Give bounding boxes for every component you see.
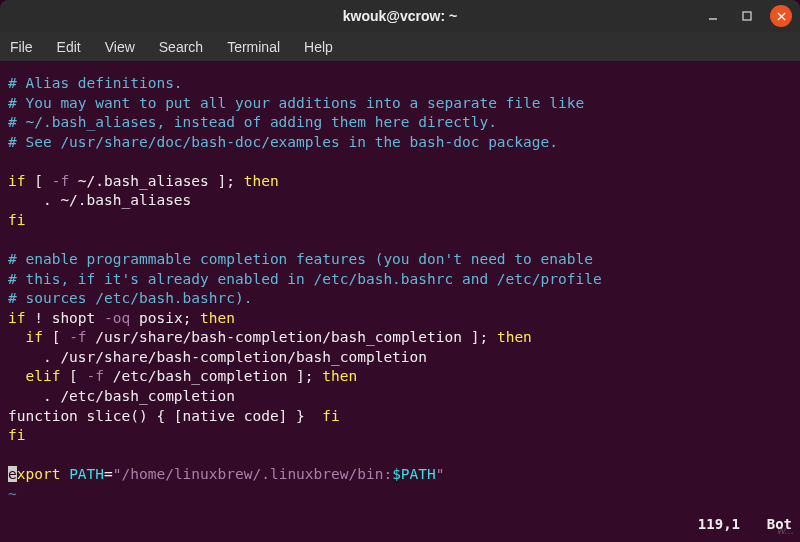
menu-search[interactable]: Search bbox=[159, 39, 203, 55]
code-line: . /etc/bash_completion bbox=[8, 387, 792, 407]
code-line: if [ -f ~/.bash_aliases ]; then bbox=[8, 172, 792, 192]
close-button[interactable] bbox=[770, 5, 792, 27]
code-line: if [ -f /usr/share/bash-completion/bash_… bbox=[8, 328, 792, 348]
code-line: elif [ -f /etc/bash_completion ]; then bbox=[8, 367, 792, 387]
svg-rect-1 bbox=[743, 12, 751, 20]
vim-position: 119,1 bbox=[698, 515, 740, 534]
code-line: # ~/.bash_aliases, instead of adding the… bbox=[8, 113, 792, 133]
titlebar: kwouk@vcrow: ~ bbox=[0, 0, 800, 32]
code-line: # See /usr/share/doc/bash-doc/examples i… bbox=[8, 133, 792, 153]
menu-help[interactable]: Help bbox=[304, 39, 333, 55]
code-line: function slice() { [native code] } fi bbox=[8, 407, 792, 427]
code-line bbox=[8, 446, 792, 466]
watermark: w... bbox=[777, 524, 794, 536]
code-line: # enable programmable completion feature… bbox=[8, 250, 792, 270]
code-line: # Alias definitions. bbox=[8, 74, 792, 94]
code-line bbox=[8, 231, 792, 251]
window-title: kwouk@vcrow: ~ bbox=[343, 8, 457, 24]
menubar: File Edit View Search Terminal Help bbox=[0, 32, 800, 62]
terminal-area[interactable]: # Alias definitions. # You may want to p… bbox=[0, 62, 800, 542]
cursor: e bbox=[8, 466, 17, 482]
code-line: fi bbox=[8, 426, 792, 446]
code-line: # this, if it's already enabled in /etc/… bbox=[8, 270, 792, 290]
code-line: # sources /etc/bash.bashrc). bbox=[8, 289, 792, 309]
code-line: # You may want to put all your additions… bbox=[8, 94, 792, 114]
minimize-button[interactable] bbox=[702, 5, 724, 27]
menu-file[interactable]: File bbox=[10, 39, 33, 55]
menu-terminal[interactable]: Terminal bbox=[227, 39, 280, 55]
menu-edit[interactable]: Edit bbox=[57, 39, 81, 55]
code-line: fi bbox=[8, 211, 792, 231]
code-line: export PATH="/home/linuxbrew/.linuxbrew/… bbox=[8, 465, 792, 485]
code-line: . ~/.bash_aliases bbox=[8, 191, 792, 211]
maximize-button[interactable] bbox=[736, 5, 758, 27]
code-line bbox=[8, 152, 792, 172]
window-controls bbox=[702, 5, 792, 27]
vim-tilde: ~ bbox=[8, 485, 792, 505]
code-line: . /usr/share/bash-completion/bash_comple… bbox=[8, 348, 792, 368]
code-line: if ! shopt -oq posix; then bbox=[8, 309, 792, 329]
menu-view[interactable]: View bbox=[105, 39, 135, 55]
